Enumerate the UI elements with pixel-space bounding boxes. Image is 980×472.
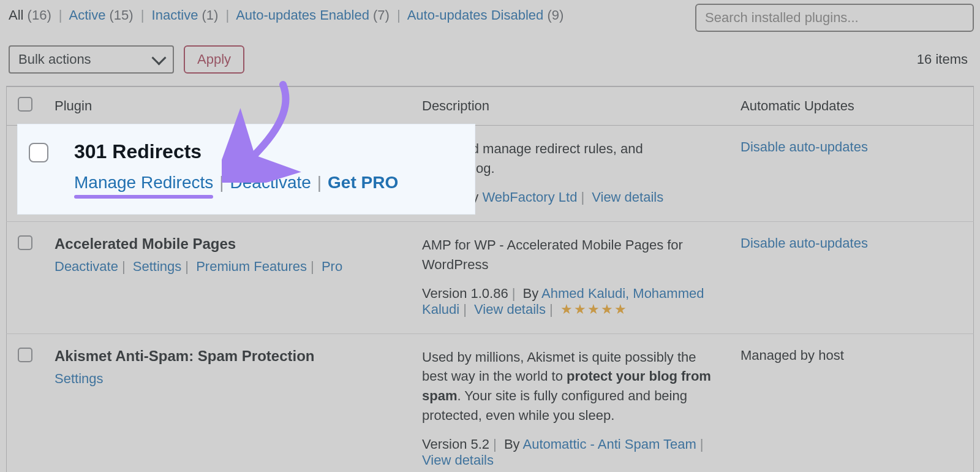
deactivate-link[interactable]: Deactivate: [55, 259, 118, 274]
get-pro-link[interactable]: Get PRO: [328, 173, 398, 192]
settings-link[interactable]: Settings: [133, 259, 182, 274]
manage-redirects-link[interactable]: Manage Redirects: [74, 173, 213, 192]
items-count: 16 items: [917, 51, 971, 67]
disable-auto-updates-link[interactable]: Disable auto-updates: [741, 139, 868, 154]
settings-link[interactable]: Settings: [55, 371, 104, 386]
filter-inactive-link[interactable]: Inactive: [152, 7, 198, 23]
plugin-actions: Manage Redirects|Deactivate|Get PRO: [74, 173, 460, 192]
plugin-meta: Version 1.0.86| By Ahmed Kaludi, Mohamme…: [422, 286, 718, 318]
premium-features-link[interactable]: Premium Features: [196, 259, 307, 274]
plugin-description: AMP for WP - Accelerated Mobile Pages fo…: [422, 235, 718, 275]
row-checkbox[interactable]: [18, 235, 32, 250]
filter-autoupdates-disabled-count: (9): [547, 7, 564, 23]
apply-button[interactable]: Apply: [184, 45, 244, 74]
filter-sep: |: [55, 7, 66, 23]
plugin-actions: Settings: [55, 371, 400, 387]
plugin-author-link[interactable]: WebFactory Ltd: [482, 189, 577, 205]
row-checkbox[interactable]: [29, 143, 48, 162]
filter-all-label[interactable]: All: [9, 7, 23, 23]
plugin-author-link[interactable]: Automattic - Anti Spam Team: [523, 436, 696, 452]
plugin-status-filters: All (16) | Active (15) | Inactive (1) | …: [6, 4, 564, 23]
filter-inactive-count: (1): [202, 7, 219, 23]
search-plugins-box: [695, 4, 974, 32]
view-details-link[interactable]: View details: [474, 302, 546, 317]
view-details-link[interactable]: View details: [422, 452, 494, 468]
filter-autoupdates-disabled-link[interactable]: Auto-updates Disabled: [407, 7, 544, 23]
pro-link[interactable]: Pro: [322, 259, 342, 274]
column-description[interactable]: Description: [411, 86, 729, 126]
deactivate-link[interactable]: Deactivate: [230, 173, 311, 192]
column-automatic-updates[interactable]: Automatic Updates: [729, 86, 974, 126]
table-row: Accelerated Mobile Pages Deactivate| Set…: [7, 221, 974, 333]
row-checkbox[interactable]: [18, 348, 32, 362]
highlighted-plugin-row: 301 Redirects Manage Redirects|Deactivat…: [17, 124, 475, 215]
filter-autoupdates-enabled-link[interactable]: Auto-updates Enabled: [236, 7, 369, 23]
auto-update-status: Managed by host: [741, 348, 844, 363]
search-plugins-input[interactable]: [695, 4, 974, 32]
bulk-actions-value: Bulk actions: [18, 51, 91, 67]
view-details-link[interactable]: View details: [592, 189, 663, 205]
plugin-name: 301 Redirects: [74, 140, 460, 163]
plugin-actions: Deactivate| Settings| Premium Features| …: [55, 259, 400, 275]
filter-active-count: (15): [110, 7, 134, 23]
filter-all-count: (16): [28, 7, 51, 23]
filter-active-link[interactable]: Active: [69, 7, 105, 23]
bulk-actions-select[interactable]: Bulk actions: [9, 45, 174, 74]
plugin-name: Akismet Anti-Spam: Spam Protection: [55, 348, 400, 365]
column-plugin[interactable]: Plugin: [43, 86, 411, 126]
plugin-name: Accelerated Mobile Pages: [55, 235, 400, 253]
disable-auto-updates-link[interactable]: Disable auto-updates: [741, 235, 868, 251]
star-rating-icon: ★★★★★: [560, 302, 628, 317]
plugin-description: Used by millions, Akismet is quite possi…: [422, 348, 718, 426]
select-all-checkbox[interactable]: [18, 97, 32, 112]
table-row: Akismet Anti-Spam: Spam Protection Setti…: [7, 333, 974, 472]
plugin-meta: Version 5.2| By Automattic - Anti Spam T…: [422, 436, 718, 468]
filter-autoupdates-enabled-count: (7): [373, 7, 390, 23]
